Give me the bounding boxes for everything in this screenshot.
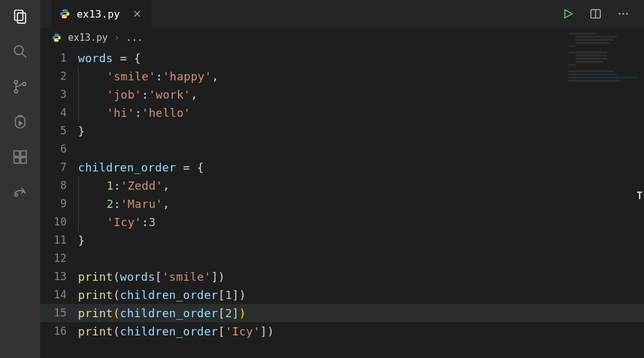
- breadcrumb[interactable]: ex13.py › ...: [40, 28, 644, 48]
- code-content: print(words['smile']): [78, 268, 225, 286]
- svg-marker-7: [19, 121, 23, 126]
- python-file-icon: [59, 8, 70, 19]
- line-number: 9: [40, 195, 78, 213]
- close-icon[interactable]: [131, 8, 143, 19]
- code-content: words = {: [78, 49, 141, 67]
- code-content: 'job':'work',: [78, 85, 197, 104]
- svg-point-6: [23, 82, 26, 85]
- code-line[interactable]: 12: [40, 249, 644, 268]
- code-line[interactable]: 15print(children_order[2]): [40, 304, 644, 322]
- line-number: 5: [40, 122, 78, 140]
- svg-point-20: [619, 13, 621, 15]
- line-number: 3: [40, 85, 78, 104]
- line-number: 6: [40, 140, 78, 158]
- run-icon[interactable]: [561, 7, 575, 21]
- line-number: 14: [40, 286, 78, 304]
- svg-rect-1: [18, 13, 26, 23]
- code-line[interactable]: 10 'Icy':3: [40, 213, 644, 231]
- python-file-icon: [52, 33, 62, 43]
- breadcrumb-separator: ›: [114, 32, 119, 43]
- code-line[interactable]: 5}: [40, 122, 644, 140]
- code-line[interactable]: 8 1:'Zedd',: [40, 176, 644, 195]
- code-line[interactable]: 16print(children_order['Icy']): [40, 322, 644, 340]
- line-number: 1: [40, 49, 78, 67]
- source-control-icon[interactable]: [10, 77, 30, 97]
- svg-rect-9: [14, 158, 19, 163]
- svg-point-12: [14, 193, 17, 196]
- tab-strip: ex13.py: [40, 0, 644, 28]
- editor-group: ex13.py ex13.py › ... 1words = {2 'sm: [40, 0, 644, 358]
- code-line[interactable]: 6: [40, 140, 644, 158]
- more-actions-icon[interactable]: [616, 7, 630, 21]
- code-line[interactable]: 1words = {: [40, 49, 644, 67]
- split-editor-icon[interactable]: [589, 7, 602, 21]
- code-content: children_order = {: [78, 158, 204, 176]
- code-line[interactable]: 2 'smile':'happy',: [40, 67, 644, 85]
- line-number: 13: [40, 268, 78, 286]
- tab-title: ex13.py: [77, 8, 120, 20]
- svg-point-5: [14, 90, 18, 93]
- editor-actions: [561, 0, 644, 28]
- line-number: 12: [40, 249, 78, 268]
- code-line[interactable]: 3 'job':'work',: [40, 85, 644, 104]
- svg-point-23: [55, 35, 55, 35]
- code-content: print(children_order[2]): [78, 304, 246, 322]
- tab-spacer: [152, 0, 561, 28]
- overview-ruler[interactable]: T: [638, 28, 644, 358]
- line-number: 11: [40, 231, 78, 249]
- code-line[interactable]: 14print(children_order[1]): [40, 286, 644, 304]
- code-content: 'smile':'happy',: [78, 67, 219, 85]
- code-line[interactable]: 4 'hi':'hello': [40, 104, 644, 122]
- debug-icon[interactable]: [10, 112, 30, 132]
- code-line[interactable]: 7children_order = {: [40, 158, 644, 176]
- code-content: 'hi':'hello': [78, 104, 191, 122]
- code-editor[interactable]: 1words = {2 'smile':'happy',3 'job':'wor…: [40, 48, 644, 358]
- svg-rect-0: [14, 10, 23, 20]
- svg-rect-8: [14, 151, 19, 156]
- svg-point-2: [14, 46, 23, 55]
- extensions-icon[interactable]: [10, 147, 30, 167]
- svg-rect-11: [21, 151, 26, 156]
- code-content: 1:'Zedd',: [78, 176, 170, 195]
- code-line[interactable]: 9 2:'Maru',: [40, 195, 644, 213]
- search-icon[interactable]: [10, 41, 30, 62]
- code-content: print(children_order[1]): [78, 286, 246, 304]
- tab-ex13[interactable]: ex13.py: [52, 0, 152, 28]
- line-number: 7: [40, 158, 78, 176]
- svg-point-24: [58, 40, 58, 41]
- activity-bar: [0, 0, 40, 358]
- breadcrumb-trailing: ...: [126, 32, 143, 43]
- breadcrumb-file: ex13.py: [68, 32, 108, 43]
- line-number: 4: [40, 104, 78, 122]
- line-number: 16: [40, 322, 78, 340]
- explorer-icon[interactable]: [10, 6, 30, 26]
- svg-point-22: [626, 13, 628, 15]
- code-content: 'Icy':3: [78, 213, 156, 231]
- svg-point-13: [63, 10, 64, 11]
- svg-point-21: [623, 13, 625, 15]
- code-line[interactable]: 13print(words['smile']): [40, 268, 644, 286]
- svg-point-4: [14, 80, 18, 84]
- code-content: print(children_order['Icy']): [78, 322, 274, 340]
- code-content: 2:'Maru',: [78, 195, 170, 213]
- code-content: }: [78, 231, 85, 249]
- live-share-icon[interactable]: [10, 182, 30, 202]
- code-content: }: [78, 122, 85, 140]
- svg-line-3: [22, 53, 26, 58]
- line-number: 10: [40, 213, 78, 231]
- code-line[interactable]: 11}: [40, 231, 644, 249]
- svg-rect-10: [21, 158, 26, 163]
- line-number: 2: [40, 67, 78, 85]
- svg-marker-17: [565, 9, 572, 18]
- line-number: 15: [40, 304, 78, 322]
- overview-cursor-mark: T: [635, 190, 644, 198]
- line-number: 8: [40, 176, 78, 195]
- svg-point-14: [66, 17, 67, 18]
